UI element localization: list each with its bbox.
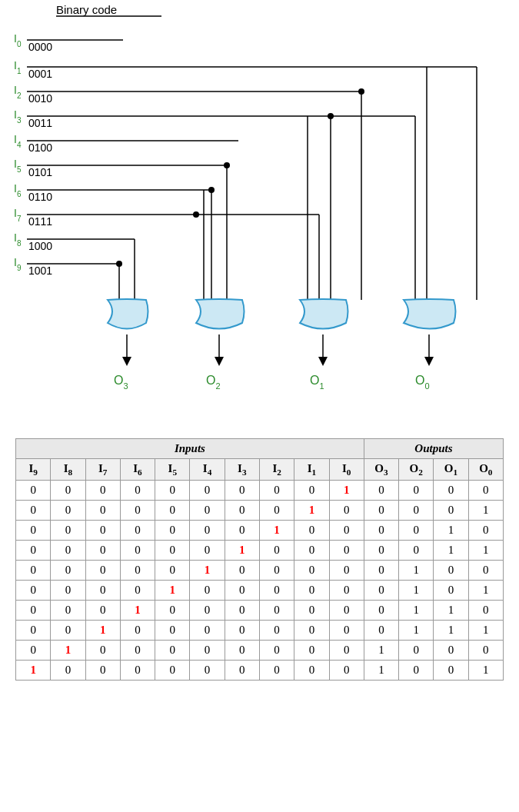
col-header: I2: [259, 459, 294, 481]
table-cell: 0: [259, 661, 294, 681]
table-row: 00000001000010: [16, 521, 504, 541]
table-cell: 1: [120, 601, 155, 621]
svg-text:I3: I3: [14, 108, 22, 125]
table-cell: 0: [259, 481, 294, 501]
table-cell: 0: [329, 581, 364, 601]
table-cell: 1: [468, 501, 503, 521]
table-cell: 0: [434, 581, 468, 601]
column-headers-row: I9I8I7I6I5I4I3I2I1I0O3O2O1O0: [16, 459, 504, 481]
table-cell: 0: [399, 541, 434, 561]
table-cell: 0: [51, 521, 85, 541]
table-cell: 1: [434, 601, 468, 621]
table-cell: 1: [399, 581, 434, 601]
col-header: I9: [16, 459, 51, 481]
table-row: 00001000000101: [16, 581, 504, 601]
table-cell: 1: [468, 581, 503, 601]
table-cell: 0: [468, 601, 503, 621]
diagram-title: Binary code: [56, 3, 117, 16]
table-cell: 0: [225, 481, 259, 501]
table-cell: 0: [155, 561, 190, 581]
table-cell: 0: [225, 621, 259, 641]
table-row: 00010000000110: [16, 601, 504, 621]
svg-point-47: [193, 211, 199, 218]
table-cell: 0: [225, 561, 259, 581]
table-cell: 0: [51, 661, 85, 681]
table-cell: 0: [120, 661, 155, 681]
table-cell: 1: [225, 541, 259, 561]
table-cell: 0: [468, 561, 503, 581]
table-cell: 0: [399, 481, 434, 501]
table-cell: 0: [155, 621, 190, 641]
table-cell: 0: [16, 481, 51, 501]
table-cell: 0: [85, 641, 120, 661]
col-header: I5: [155, 459, 190, 481]
table-cell: 0: [468, 521, 503, 541]
col-header: O1: [434, 459, 468, 481]
table-cell: 0: [468, 481, 503, 501]
svg-text:I5: I5: [14, 158, 22, 174]
table-cell: 0: [468, 641, 503, 661]
table-cell: 1: [329, 481, 364, 501]
table-cell: 0: [364, 481, 398, 501]
table-cell: 0: [434, 661, 468, 681]
table-cell: 0: [51, 501, 85, 521]
table-cell: 0: [16, 561, 51, 581]
table-cell: 0: [225, 581, 259, 601]
table-cell: 0: [364, 601, 398, 621]
table-cell: 0: [85, 501, 120, 521]
table-cell: 0: [155, 601, 190, 621]
table-cell: 0: [190, 541, 225, 561]
table-cell: 0: [294, 541, 329, 561]
table-cell: 0: [155, 501, 190, 521]
table-cell: 0: [120, 501, 155, 521]
col-header: I3: [225, 459, 259, 481]
col-header: O3: [364, 459, 398, 481]
svg-text:I2: I2: [14, 84, 22, 100]
table-cell: 0: [434, 561, 468, 581]
table-cell: 0: [16, 501, 51, 521]
col-header: O0: [468, 459, 503, 481]
table-cell: 0: [259, 581, 294, 601]
svg-text:O3: O3: [114, 374, 128, 391]
table-cell: 0: [329, 561, 364, 581]
table-row: 10000000001001: [16, 661, 504, 681]
table-cell: 0: [399, 641, 434, 661]
table-cell: 0: [155, 521, 190, 541]
svg-point-40: [224, 162, 230, 168]
svg-text:I6: I6: [14, 182, 22, 198]
table-cell: 0: [120, 581, 155, 601]
table-cell: 0: [259, 601, 294, 621]
table-cell: 0: [399, 661, 434, 681]
table-row: 00000010000011: [16, 541, 504, 561]
table-cell: 0: [329, 621, 364, 641]
table-cell: 1: [399, 621, 434, 641]
table-cell: 0: [399, 501, 434, 521]
table-cell: 0: [51, 541, 85, 561]
inputs-header: Inputs: [16, 439, 364, 459]
table-cell: 1: [85, 621, 120, 641]
table-cell: 0: [120, 541, 155, 561]
table-cell: 0: [190, 641, 225, 661]
table-cell: 0: [85, 581, 120, 601]
svg-text:0101: 0101: [28, 166, 52, 178]
table-cell: 0: [120, 521, 155, 541]
svg-text:0010: 0010: [28, 92, 52, 105]
table-cell: 0: [364, 541, 398, 561]
table-cell: 0: [434, 481, 468, 501]
table-cell: 0: [120, 481, 155, 501]
table-cell: 0: [329, 661, 364, 681]
table-cell: 0: [259, 541, 294, 561]
outputs-header: Outputs: [364, 439, 503, 459]
table-cell: 1: [434, 621, 468, 641]
table-row: 00000000100001: [16, 501, 504, 521]
table-cell: 1: [399, 601, 434, 621]
table-cell: 0: [434, 501, 468, 521]
table-cell: 1: [468, 661, 503, 681]
circuit-diagram: Binary code I0 0000 I1 0001 I2 0010 I3 0…: [0, 0, 519, 431]
table-cell: 0: [190, 581, 225, 601]
table-cell: 0: [190, 501, 225, 521]
table-cell: 0: [85, 541, 120, 561]
table-cell: 0: [329, 521, 364, 541]
table-cell: 0: [364, 521, 398, 541]
table-cell: 1: [294, 501, 329, 521]
